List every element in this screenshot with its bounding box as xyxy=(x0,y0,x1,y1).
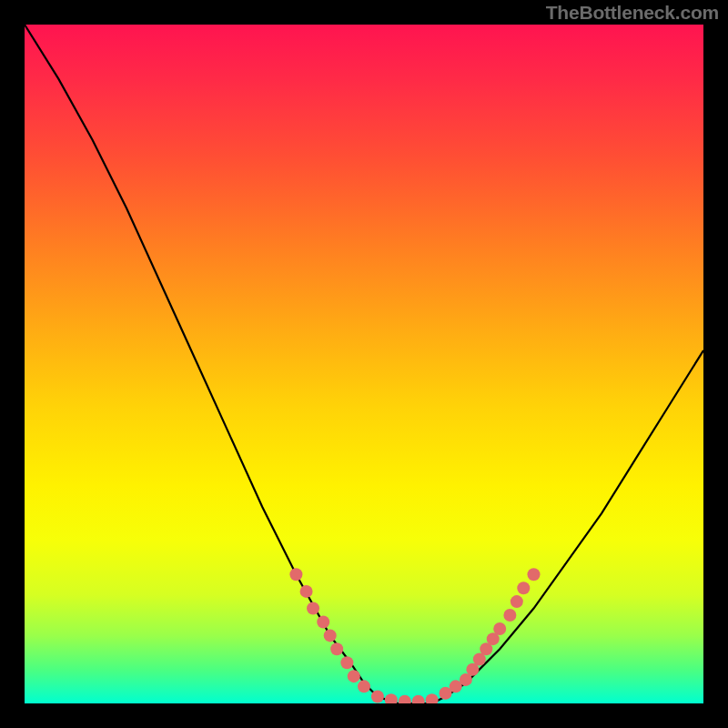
data-marker xyxy=(503,609,516,622)
data-marker xyxy=(358,680,370,693)
data-marker xyxy=(399,695,411,703)
data-marker xyxy=(371,691,384,703)
data-marker xyxy=(307,602,319,615)
watermark-text: TheBottleneck.com xyxy=(546,2,719,24)
data-marker xyxy=(511,595,523,608)
data-marker xyxy=(300,585,313,598)
data-marker xyxy=(493,622,506,635)
data-marker xyxy=(412,695,425,703)
data-marker xyxy=(317,615,329,628)
data-marker xyxy=(517,581,530,594)
data-marker xyxy=(385,693,398,703)
chart-markers xyxy=(25,25,703,703)
data-marker xyxy=(289,568,302,581)
data-marker xyxy=(340,656,353,669)
data-marker xyxy=(348,670,360,682)
data-marker xyxy=(330,642,343,655)
data-marker xyxy=(324,629,337,642)
data-marker xyxy=(528,568,541,581)
data-marker xyxy=(426,693,439,703)
chart-container: TheBottleneck.com xyxy=(0,0,728,728)
